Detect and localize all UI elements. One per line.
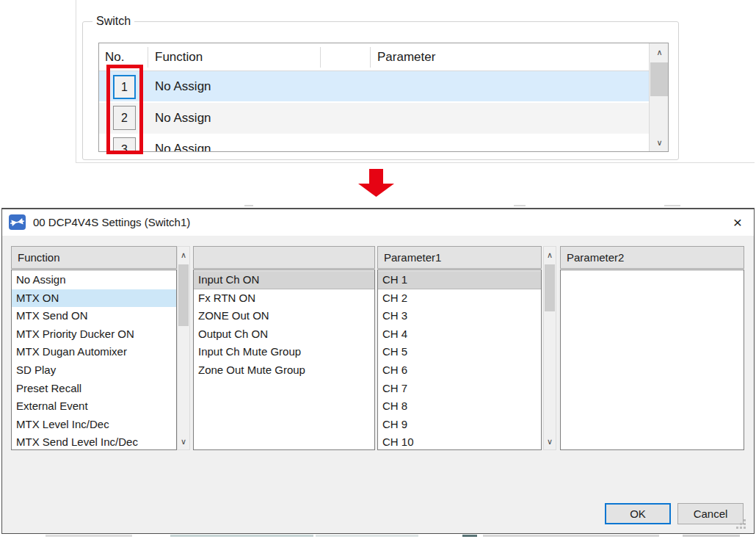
subfunction-column-header — [193, 246, 375, 269]
app-icon — [9, 214, 26, 230]
header-separator — [320, 47, 321, 68]
ok-button[interactable]: OK — [605, 503, 671, 524]
list-item[interactable]: No Assign — [12, 271, 176, 289]
list-item[interactable]: CH 9 — [378, 416, 541, 434]
list-item[interactable]: CH 8 — [378, 397, 541, 416]
header-separator — [148, 47, 148, 68]
crop-artifact — [316, 535, 418, 537]
scroll-down-button[interactable]: ∨ — [178, 433, 189, 449]
scrollbar-thumb[interactable] — [545, 264, 555, 311]
crop-artifact — [46, 535, 132, 537]
flow-down-arrow-icon — [357, 167, 396, 198]
dcp-settings-dialog: 00 DCP4V4S Settings (Switch1) × Function… — [1, 208, 755, 534]
table-row[interactable]: No Assign — [99, 103, 649, 134]
scroll-down-button[interactable]: ∨ — [544, 433, 556, 449]
list-item[interactable]: MTX Send ON — [12, 307, 176, 325]
switch-table: No Assign No Assign No Assign 1 2 3 No. … — [98, 43, 669, 152]
close-icon: × — [733, 214, 742, 230]
chevron-up-icon: ∧ — [181, 251, 186, 259]
resize-grip[interactable] — [735, 518, 747, 530]
scrollbar-thumb[interactable] — [650, 62, 669, 96]
list-item[interactable]: ZONE Out ON — [194, 307, 374, 325]
scroll-up-button[interactable]: ∧ — [650, 43, 669, 61]
list-item[interactable]: MTX Priority Ducker ON — [12, 325, 176, 344]
list-item[interactable]: CH 5 — [378, 343, 541, 361]
screenshot-left-edge — [76, 0, 76, 163]
list-item[interactable]: MTX Level Inc/Dec — [12, 416, 176, 434]
list-item[interactable]: Preset Recall — [12, 380, 176, 398]
dialog-title: 00 DCP4V4S Settings (Switch1) — [33, 216, 190, 228]
chevron-up-icon: ∧ — [547, 251, 553, 259]
column-header-function: Function — [155, 43, 203, 71]
function-cell: No Assign — [155, 135, 211, 152]
crop-artifact — [462, 535, 477, 537]
list-item[interactable]: MTX Send Level Inc/Dec — [12, 433, 176, 450]
list-item[interactable]: MTX Dugan Automixer — [12, 343, 176, 361]
scroll-up-button[interactable]: ∧ — [544, 247, 556, 263]
screenshot-root: Switch No Assign No Assign No Assign 1 2… — [0, 0, 756, 542]
list-item[interactable]: Input Ch ON — [194, 271, 374, 289]
dialog-titlebar[interactable]: 00 DCP4V4S Settings (Switch1) × — [2, 209, 754, 236]
header-separator — [370, 47, 371, 68]
list-item[interactable]: External Event — [12, 397, 176, 416]
scrollbar-thumb[interactable] — [178, 264, 189, 326]
parameter1-list: CH 1CH 2CH 3CH 4CH 5CH 6CH 7CH 8CH 9CH 1… — [377, 270, 542, 450]
chevron-down-icon: ∨ — [656, 139, 662, 147]
function-cell: No Assign — [155, 71, 211, 101]
list-item[interactable]: CH 3 — [378, 307, 541, 325]
parameter1-column-header: Parameter1 — [377, 246, 542, 269]
list-item[interactable]: CH 10 — [378, 433, 541, 450]
list-item[interactable]: CH 7 — [378, 380, 541, 398]
close-button[interactable]: × — [726, 211, 749, 233]
function-list-scrollbar[interactable]: ∧ ∨ — [177, 246, 190, 450]
table-row[interactable]: No Assign — [99, 71, 649, 101]
list-item[interactable]: Output Ch ON — [194, 325, 374, 344]
crop-artifact — [683, 535, 740, 537]
list-item[interactable]: Input Ch Mute Group — [194, 343, 374, 361]
function-column-header: Function — [11, 246, 177, 269]
screenshot-bottom-edge — [76, 162, 755, 163]
list-item[interactable]: CH 6 — [378, 361, 541, 380]
subfunction-list: Input Ch ONFx RTN ONZONE Out ONOutput Ch… — [193, 270, 375, 450]
crop-artifact — [244, 205, 253, 206]
list-item[interactable]: Fx RTN ON — [194, 289, 374, 308]
scroll-up-button[interactable]: ∧ — [178, 247, 189, 263]
chevron-down-icon: ∨ — [181, 438, 186, 446]
chevron-down-icon: ∨ — [547, 438, 553, 446]
function-list: No AssignMTX ONMTX Send ONMTX Priority D… — [11, 270, 177, 450]
crop-artifact — [514, 205, 526, 206]
list-item[interactable]: CH 1 — [378, 271, 541, 289]
list-item[interactable]: MTX ON — [12, 289, 176, 308]
header-label: Parameter1 — [384, 251, 441, 264]
header-label: Parameter2 — [567, 251, 624, 264]
list-item[interactable]: SD Play — [12, 361, 176, 380]
highlight-rectangle — [106, 65, 143, 154]
parameter2-list — [560, 270, 744, 450]
crop-artifact — [170, 535, 313, 537]
table-scrollbar[interactable]: ∧ ∨ — [649, 43, 669, 151]
list-item[interactable]: CH 2 — [378, 289, 541, 308]
function-cell: No Assign — [155, 103, 211, 134]
crop-artifact — [483, 535, 659, 537]
crop-artifact — [664, 205, 680, 206]
header-label: Function — [18, 251, 60, 264]
list-item[interactable]: CH 4 — [378, 325, 541, 344]
list-item[interactable]: Zone Out Mute Group — [194, 361, 374, 380]
scroll-down-button[interactable]: ∨ — [650, 134, 669, 151]
table-row[interactable]: No Assign — [99, 135, 649, 152]
table-header: No. Function Parameter — [99, 43, 649, 71]
parameter2-column-header: Parameter2 — [560, 246, 744, 269]
parameter1-list-scrollbar[interactable]: ∧ ∨ — [543, 246, 556, 450]
chevron-up-icon: ∧ — [656, 48, 662, 57]
column-header-parameter: Parameter — [377, 43, 435, 71]
switch-group-label: Switch — [92, 15, 134, 28]
cancel-button[interactable]: Cancel — [677, 503, 744, 524]
